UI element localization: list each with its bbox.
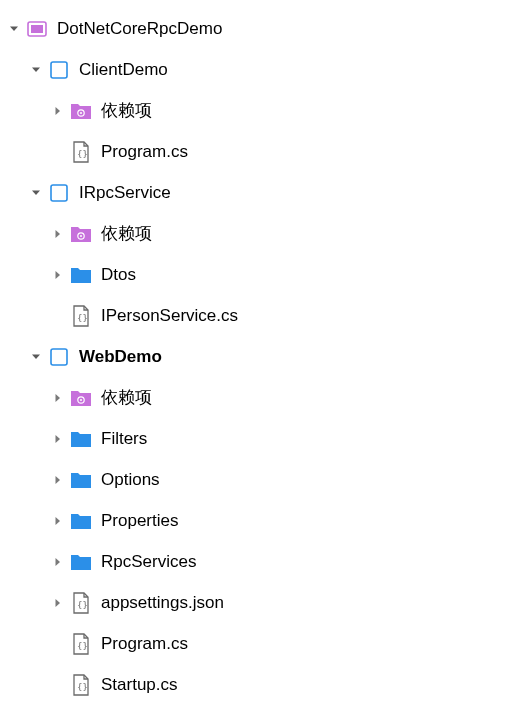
chevron-right-icon (52, 228, 64, 240)
tree-item-project-irpcservice[interactable]: IRpcService (0, 172, 518, 213)
tree-item-solution[interactable]: DotNetCoreRpcDemo (0, 8, 518, 49)
tree-item-label: Program.cs (101, 142, 188, 162)
tree-item-file-ipersonservice[interactable]: {} IPersonService.cs (0, 295, 518, 336)
chevron-right-icon (52, 556, 64, 568)
folder-icon (69, 427, 93, 451)
svg-text:{}: {} (77, 313, 88, 323)
tree-item-folder-dtos[interactable]: Dtos (0, 254, 518, 295)
package-folder-icon (69, 222, 93, 246)
folder-icon (69, 263, 93, 287)
package-folder-icon (69, 99, 93, 123)
tree-item-project-webdemo[interactable]: WebDemo (0, 336, 518, 377)
package-folder-icon (69, 386, 93, 410)
svg-text:{}: {} (77, 641, 88, 651)
chevron-down-icon (30, 351, 42, 363)
tree-item-label: 依赖项 (101, 99, 152, 122)
tree-item-label: DotNetCoreRpcDemo (57, 19, 222, 39)
svg-rect-2 (51, 62, 67, 78)
tree-item-label: Program.cs (101, 634, 188, 654)
csharp-project-icon (47, 58, 71, 82)
tree-item-label: Filters (101, 429, 147, 449)
tree-item-label: IPersonService.cs (101, 306, 238, 326)
tree-item-folder-rpcservices[interactable]: RpcServices (0, 541, 518, 582)
chevron-right-icon (52, 392, 64, 404)
csharp-file-icon: {} (69, 140, 93, 164)
folder-icon (69, 550, 93, 574)
folder-icon (69, 468, 93, 492)
chevron-right-icon (52, 105, 64, 117)
chevron-right-icon (52, 269, 64, 281)
tree-item-folder-options[interactable]: Options (0, 459, 518, 500)
csharp-project-icon (47, 181, 71, 205)
chevron-down-icon (30, 64, 42, 76)
svg-point-4 (80, 112, 82, 114)
solution-icon (25, 17, 49, 41)
svg-rect-10 (51, 349, 67, 365)
tree-item-label: WebDemo (79, 347, 162, 367)
csharp-file-icon: {} (69, 673, 93, 697)
svg-point-8 (80, 235, 82, 237)
csharp-file-icon: {} (69, 304, 93, 328)
tree-item-label: Properties (101, 511, 178, 531)
csharp-file-icon: {} (69, 632, 93, 656)
tree-item-label: Options (101, 470, 160, 490)
svg-text:{}: {} (77, 600, 88, 610)
csharp-project-icon (47, 345, 71, 369)
tree-item-file-program[interactable]: {} Program.cs (0, 623, 518, 664)
chevron-right-icon (52, 597, 64, 609)
svg-rect-6 (51, 185, 67, 201)
chevron-right-icon (52, 474, 64, 486)
tree-item-file-program[interactable]: {} Program.cs (0, 131, 518, 172)
svg-point-12 (80, 399, 82, 401)
tree-item-file-startup[interactable]: {} Startup.cs (0, 664, 518, 705)
tree-item-label: 依赖项 (101, 386, 152, 409)
chevron-right-icon (52, 433, 64, 445)
svg-rect-1 (31, 25, 43, 33)
chevron-right-icon (52, 515, 64, 527)
tree-item-dependencies[interactable]: 依赖项 (0, 213, 518, 254)
tree-item-label: RpcServices (101, 552, 196, 572)
tree-item-dependencies[interactable]: 依赖项 (0, 90, 518, 131)
tree-item-dependencies[interactable]: 依赖项 (0, 377, 518, 418)
tree-item-label: ClientDemo (79, 60, 168, 80)
tree-item-label: appsettings.json (101, 593, 224, 613)
json-file-icon: {} (69, 591, 93, 615)
tree-item-project-clientdemo[interactable]: ClientDemo (0, 49, 518, 90)
tree-item-folder-filters[interactable]: Filters (0, 418, 518, 459)
chevron-down-icon (30, 187, 42, 199)
tree-item-label: Dtos (101, 265, 136, 285)
svg-text:{}: {} (77, 682, 88, 692)
chevron-down-icon (8, 23, 20, 35)
tree-item-file-appsettings[interactable]: {} appsettings.json (0, 582, 518, 623)
folder-icon (69, 509, 93, 533)
tree-item-label: Startup.cs (101, 675, 178, 695)
tree-item-label: IRpcService (79, 183, 171, 203)
tree-item-label: 依赖项 (101, 222, 152, 245)
svg-text:{}: {} (77, 149, 88, 159)
tree-item-folder-properties[interactable]: Properties (0, 500, 518, 541)
